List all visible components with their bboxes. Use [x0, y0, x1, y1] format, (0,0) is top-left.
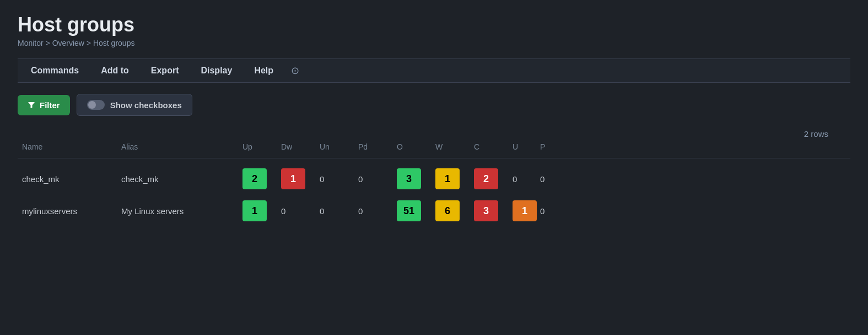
col-alias: Alias — [117, 140, 238, 153]
row2-name[interactable]: mylinuxservers — [18, 204, 117, 218]
row1-up[interactable]: 2 — [238, 166, 277, 192]
row1-w[interactable]: 1 — [431, 166, 470, 192]
row1-p: 0 — [536, 172, 563, 186]
row1-un: 0 — [315, 172, 354, 186]
row2-up-badge: 1 — [242, 200, 267, 221]
filter-button[interactable]: Filter — [18, 95, 70, 115]
table-row: mylinuxservers My Linux servers 1 0 0 0 … — [18, 195, 850, 227]
toolbar-export[interactable]: Export — [140, 59, 190, 82]
row2-dw: 0 — [277, 204, 315, 218]
toolbar-display[interactable]: Display — [190, 59, 243, 82]
row2-w[interactable]: 6 — [431, 198, 470, 224]
toolbar-commands[interactable]: Commands — [20, 59, 90, 82]
toolbar-help[interactable]: Help — [243, 59, 284, 82]
row1-dw[interactable]: 1 — [277, 166, 315, 192]
col-dw: Dw — [277, 140, 315, 153]
row2-c[interactable]: 3 — [470, 198, 508, 224]
breadcrumb: Monitor > Overview > Host groups — [18, 39, 850, 47]
row2-o[interactable]: 51 — [392, 198, 431, 224]
action-bar: Filter Show checkboxes — [18, 94, 850, 116]
row2-u-badge: 1 — [513, 200, 537, 221]
col-un: Un — [315, 140, 354, 153]
row2-u[interactable]: 1 — [508, 198, 536, 224]
row1-dw-badge: 1 — [281, 168, 305, 189]
row2-up[interactable]: 1 — [238, 198, 277, 224]
col-name: Name — [18, 140, 117, 153]
row2-alias: My Linux servers — [117, 204, 238, 218]
row1-o-badge: 3 — [397, 168, 421, 189]
col-pd: Pd — [354, 140, 392, 153]
row1-up-badge: 2 — [242, 168, 267, 189]
toolbar-collapse-button[interactable]: ⊙ — [284, 60, 306, 81]
col-c: C — [470, 140, 508, 153]
col-p: P — [536, 140, 563, 153]
table-row: check_mk check_mk 2 1 0 0 3 1 2 0 0 — [18, 163, 850, 195]
col-o: O — [392, 140, 431, 153]
row1-c-badge: 2 — [474, 168, 498, 189]
col-w: W — [431, 140, 470, 153]
row2-c-badge: 3 — [474, 200, 498, 221]
filter-label: Filter — [40, 100, 60, 110]
show-checkboxes-button[interactable]: Show checkboxes — [77, 94, 192, 116]
col-up: Up — [238, 140, 277, 153]
col-u: U — [508, 140, 536, 153]
row1-alias: check_mk — [117, 172, 238, 186]
row2-pd: 0 — [354, 204, 392, 218]
content-area: 2 rows Name Alias Up Dw Un Pd O W C U P … — [18, 129, 850, 227]
show-checkboxes-label: Show checkboxes — [110, 100, 182, 110]
page-title: Host groups — [18, 13, 850, 36]
chevron-up-icon: ⊙ — [291, 65, 299, 77]
row2-un: 0 — [315, 204, 354, 218]
row2-o-badge: 51 — [397, 200, 421, 221]
row2-w-badge: 6 — [435, 200, 460, 221]
toolbar: Commands Add to Export Display Help ⊙ — [18, 59, 850, 83]
row1-u: 0 — [508, 172, 536, 186]
row1-pd: 0 — [354, 172, 392, 186]
checkboxes-toggle[interactable] — [87, 100, 105, 110]
row1-w-badge: 1 — [435, 168, 460, 189]
row1-o[interactable]: 3 — [392, 166, 431, 192]
table-header: Name Alias Up Dw Un Pd O W C U P — [18, 136, 850, 158]
table: Name Alias Up Dw Un Pd O W C U P check_m… — [18, 136, 850, 227]
row2-p: 0 — [536, 204, 563, 218]
toolbar-add-to[interactable]: Add to — [90, 59, 140, 82]
row1-c[interactable]: 2 — [470, 166, 508, 192]
rows-count: 2 rows — [804, 129, 828, 139]
row1-name[interactable]: check_mk — [18, 172, 117, 186]
filter-icon — [28, 101, 35, 109]
